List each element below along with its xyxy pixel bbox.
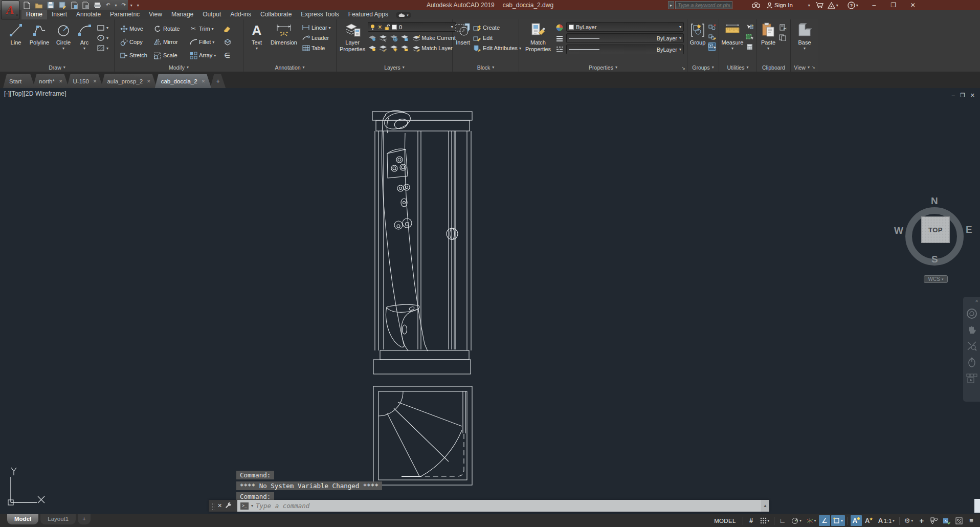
stretch-button[interactable]: Stretch (120, 51, 153, 59)
panel-label-groups[interactable]: Groups▾ (687, 63, 719, 71)
ungroup-button[interactable] (708, 23, 716, 31)
showmotion-icon[interactable] (966, 374, 977, 385)
panel-label-layers[interactable]: Layers▾ (337, 63, 452, 71)
object-snap-tracking-toggle[interactable]: ∠ (819, 515, 830, 526)
tab-view[interactable]: View (144, 10, 167, 19)
ellipse-tool-button[interactable]: ▾ (97, 34, 108, 42)
help-icon[interactable]: ? (848, 0, 855, 10)
ortho-toggle[interactable]: ∟ (777, 515, 788, 526)
paste-button[interactable]: Paste ▾ (759, 22, 777, 63)
layer-properties-button[interactable]: Layer Properties (340, 22, 365, 63)
file-tab-aula-prosp-2[interactable]: aula_prosp_2✕ (101, 74, 157, 88)
lineweight-icon[interactable] (555, 34, 564, 42)
rotate-button[interactable]: Rotate (153, 25, 189, 33)
group-edit-button[interactable] (708, 33, 716, 41)
viewcube-top-face[interactable]: TOP (921, 216, 950, 243)
arc-button[interactable]: Arc ▾ (75, 22, 94, 63)
layer-off-button[interactable] (368, 34, 376, 42)
navigation-bar[interactable]: ✕ (963, 297, 980, 402)
isometric-drafting-toggle[interactable]: ▾ (805, 515, 818, 526)
plot-icon[interactable] (94, 2, 101, 9)
object-snap-toggle[interactable]: ▾ (831, 515, 845, 526)
recent-commands-caret-icon[interactable]: ▾ (251, 503, 253, 508)
command-bar[interactable]: ✕ >_ ▾ ▲ (209, 500, 769, 512)
user-icon[interactable] (766, 0, 773, 10)
file-tab-north[interactable]: north*✕ (33, 74, 69, 88)
layer-thaw-button[interactable] (389, 44, 397, 52)
scale-button[interactable]: Scale (153, 51, 189, 59)
panel-label-view[interactable]: View▾↘ (791, 63, 818, 71)
file-tab-cab-doccia-2[interactable]: cab_doccia_2✕ (155, 74, 212, 88)
tab-annotate[interactable]: Annotate (72, 10, 105, 19)
viewcube-north[interactable]: N (931, 195, 938, 207)
wcs-menu[interactable]: WCS▾ (924, 275, 948, 283)
model-tab[interactable]: Model (7, 514, 38, 524)
move-button[interactable]: Move (120, 25, 153, 33)
search-input[interactable] (676, 2, 732, 9)
command-history-toggle[interactable]: ▲ (761, 500, 769, 512)
panel-label-modify[interactable]: Modify▾ (115, 63, 243, 71)
copy-clip-button[interactable] (778, 33, 787, 41)
sign-in-caret-icon[interactable]: ▾ (808, 3, 810, 8)
customization-button[interactable]: ≡ (966, 515, 977, 526)
app-store-icon[interactable] (828, 0, 835, 10)
undo-caret-icon[interactable]: ▾ (115, 3, 117, 8)
array-button[interactable]: Array▾ (189, 51, 223, 59)
annotation-monitor-toggle[interactable]: + (916, 515, 927, 526)
minimize-button[interactable]: – (866, 2, 882, 9)
new-layout-button[interactable]: + (78, 514, 90, 524)
undo-icon[interactable]: ↶ (106, 3, 110, 8)
quick-calculator-button[interactable] (745, 42, 753, 51)
layer-freeze-button[interactable] (389, 34, 397, 42)
navigation-wheel-icon[interactable] (966, 308, 977, 320)
layer-unisolate-button[interactable] (378, 44, 387, 52)
search-binoculars-icon[interactable] (752, 0, 760, 10)
layer-isolate-button[interactable] (378, 34, 387, 42)
help-search-field[interactable] (675, 1, 732, 9)
table-button[interactable]: Table (302, 44, 331, 52)
match-layer-button[interactable]: Match Layer (412, 44, 453, 52)
command-close-icon[interactable]: ✕ (217, 502, 222, 509)
file-tab-u150[interactable]: U-150✕ (67, 74, 103, 88)
tab-add-ins[interactable]: Add-ins (226, 10, 256, 19)
orbit-icon[interactable] (967, 357, 977, 369)
command-input-area[interactable]: >_ ▾ (237, 500, 761, 512)
redo-caret-icon[interactable]: ▾ (130, 3, 132, 8)
color-wheel-icon[interactable] (555, 24, 564, 32)
cart-icon[interactable] (815, 0, 823, 10)
base-button[interactable]: Base ▾ (793, 22, 816, 63)
snap-toggle[interactable]: ▾ (758, 515, 772, 526)
panel-label-annotation[interactable]: Annotation▾ (243, 63, 336, 71)
viewcube-east[interactable]: E (966, 224, 972, 235)
graphics-performance-toggle[interactable] (941, 515, 952, 526)
dimension-button[interactable]: Dimension (268, 22, 300, 63)
app-store-caret-icon[interactable]: ▾ (836, 3, 838, 8)
select-similar-button[interactable] (745, 33, 753, 41)
layer-dropdown[interactable]: ☀ 0 ▾ (368, 22, 456, 32)
cloud-menu-button[interactable]: ▾ (396, 12, 411, 18)
cut-button[interactable]: ✂ (778, 23, 787, 31)
tab-express-tools[interactable]: Express Tools (296, 10, 343, 19)
layer-on-button[interactable] (368, 44, 376, 52)
tab-manage[interactable]: Manage (167, 10, 198, 19)
object-color-dropdown[interactable]: ByLayer ▾ (566, 22, 684, 32)
close-tab-icon[interactable]: ✕ (202, 79, 206, 84)
redo-icon[interactable]: ↷ (121, 3, 125, 8)
insert-button[interactable]: Insert (455, 22, 471, 63)
quick-properties-toggle[interactable] (928, 515, 940, 526)
open-from-web-icon[interactable] (71, 2, 78, 9)
panel-label-draw[interactable]: Draw▾ (0, 63, 114, 71)
navbar-close-icon[interactable]: ✕ (975, 299, 978, 303)
quick-select-button[interactable] (745, 23, 753, 31)
tab-collaborate[interactable]: Collaborate (256, 10, 296, 19)
layout1-tab[interactable]: Layout1 (40, 514, 76, 524)
hatch-tool-button[interactable]: ▾ (97, 44, 108, 52)
viewcube-south[interactable]: S (931, 254, 938, 265)
rectangle-tool-button[interactable]: ▾ (97, 24, 108, 32)
group-button[interactable]: Group (688, 22, 707, 63)
viewcube-west[interactable]: W (894, 225, 903, 236)
linear-dimension-button[interactable]: Linear▾ (302, 24, 331, 32)
group-selection-toggle[interactable] (708, 42, 716, 51)
workspace-switching-button[interactable]: ⚙▾ (902, 515, 915, 526)
open-file-icon[interactable] (35, 2, 42, 9)
